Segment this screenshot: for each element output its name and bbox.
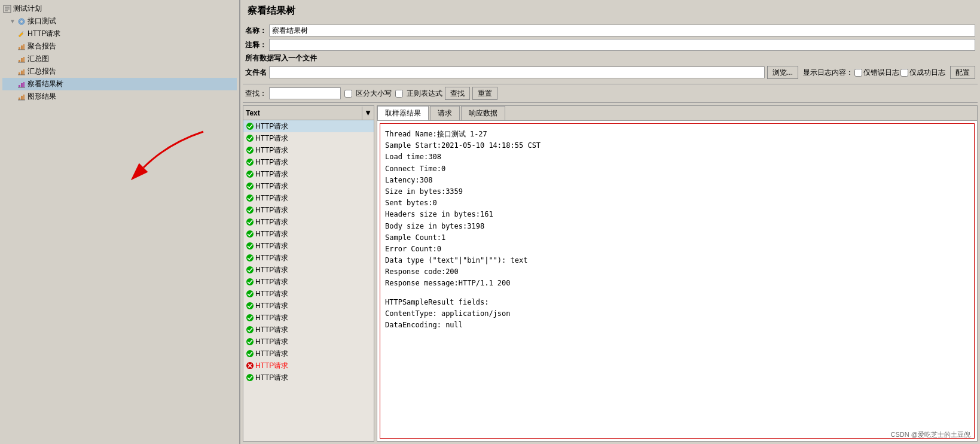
regex-checkbox[interactable]	[395, 90, 403, 98]
tree-list-item[interactable]: HTTP请求	[243, 288, 374, 300]
form-section: 名称： 注释： 所有数据写入一个文件 文件名 浏览... 显示日志内容： 仅错误…	[243, 22, 978, 84]
tree-list-item[interactable]: HTTP请求	[243, 276, 374, 288]
sidebar-item-summary-graph[interactable]: 汇总图	[2, 53, 237, 65]
arrow-annotation	[120, 120, 227, 193]
error-log-checkbox[interactable]	[854, 69, 862, 77]
list-item-label: HTTP请求	[255, 277, 288, 287]
svg-point-32	[246, 171, 254, 178]
status-icon	[246, 290, 254, 298]
reset-button[interactable]: 重置	[472, 87, 497, 100]
success-log-checkbox[interactable]	[900, 69, 908, 77]
status-icon	[246, 170, 254, 178]
list-item-label: HTTP请求	[255, 361, 288, 371]
gear-icon	[17, 17, 26, 26]
status-icon	[246, 254, 254, 262]
result-panel: 取样器结果 请求 响应数据 Thread Name:接口测试 1-27Sampl…	[377, 105, 978, 442]
tree-list-item[interactable]: HTTP请求	[243, 372, 374, 384]
sidebar-item-aggregate-report[interactable]: 聚合报告	[2, 40, 237, 53]
tab-sampler-result[interactable]: 取样器结果	[377, 106, 429, 120]
tab-request[interactable]: 请求	[430, 106, 460, 120]
svg-rect-16	[21, 71, 23, 75]
result-line: ContentType: application/json	[385, 308, 969, 320]
tree-list-item[interactable]: HTTP请求	[243, 264, 374, 276]
search-input[interactable]	[269, 87, 341, 99]
status-icon	[246, 122, 254, 130]
chart-icon-2	[17, 54, 26, 64]
svg-rect-15	[19, 72, 20, 75]
file-name-row: 文件名 浏览... 显示日志内容： 仅错误日志 仅成功日志 配置	[245, 66, 975, 79]
tree-list-item[interactable]: HTTP请求	[243, 312, 374, 324]
tree-list-item[interactable]: HTTP请求	[243, 240, 374, 252]
result-line: Error Count:0	[385, 244, 969, 255]
tree-list-item[interactable]: HTTP请求	[243, 252, 374, 264]
sidebar-item-label-interface-test: 接口测试	[28, 16, 56, 26]
result-text: Thread Name:接口测试 1-27Sample Start:2021-0…	[385, 129, 969, 331]
svg-rect-13	[23, 57, 25, 62]
case-checkbox[interactable]	[344, 90, 352, 98]
status-icon	[246, 230, 254, 238]
tree-list-item[interactable]: HTTP请求	[243, 324, 374, 336]
tree-list-item[interactable]: HTTP请求	[243, 168, 374, 180]
status-icon	[246, 134, 254, 142]
config-button[interactable]: 配置	[950, 66, 975, 79]
sidebar-item-label-summary-report: 汇总报告	[28, 66, 56, 77]
list-item-label: HTTP请求	[255, 217, 288, 227]
status-icon	[246, 337, 254, 346]
status-icon	[246, 182, 254, 190]
svg-point-34	[246, 194, 254, 202]
result-line: Response code:200	[385, 266, 969, 278]
sidebar-item-label-graph-result: 图形结果	[28, 92, 56, 102]
name-input[interactable]	[269, 25, 975, 37]
svg-point-33	[246, 183, 254, 190]
sidebar-item-result-tree[interactable]: 察看结果树	[2, 78, 237, 90]
comment-input[interactable]	[269, 39, 975, 51]
sidebar: 测试计划 ▼ 接口测试 HTTP请求	[0, 0, 239, 444]
watermark: CSDN @爱吃芝士的土豆倪	[891, 430, 970, 439]
svg-rect-24	[21, 96, 23, 100]
status-icon	[246, 206, 254, 214]
list-item-label: HTTP请求	[255, 301, 288, 311]
file-name-input[interactable]	[269, 66, 765, 78]
tree-list-dropdown[interactable]: ▼	[362, 107, 374, 120]
tree-list-item[interactable]: HTTP请求	[243, 228, 374, 240]
list-item-label: HTTP请求	[255, 313, 288, 323]
sidebar-item-label-result-tree: 察看结果树	[28, 79, 63, 89]
svg-rect-7	[19, 47, 20, 50]
sidebar-item-summary-report[interactable]: 汇总报告	[2, 65, 237, 78]
sidebar-item-test-plan[interactable]: 测试计划	[2, 2, 237, 15]
tree-list-item[interactable]: HTTP请求	[243, 192, 374, 204]
tree-list-item[interactable]: HTTP请求	[243, 120, 374, 132]
svg-point-45	[246, 326, 254, 333]
regex-label: 正则表达式	[407, 89, 442, 99]
result-tabs: 取样器结果 请求 响应数据	[377, 106, 977, 121]
success-log-label: 仅成功日志	[909, 68, 945, 78]
tree-list-item[interactable]: HTTP请求	[243, 144, 374, 156]
svg-point-40	[246, 266, 254, 273]
status-icon	[246, 278, 254, 286]
tree-list-item[interactable]: HTTP请求	[243, 360, 374, 372]
browse-button[interactable]: 浏览...	[767, 66, 798, 79]
result-line: Headers size in bytes:161	[385, 209, 969, 220]
find-button[interactable]: 查找	[445, 87, 470, 100]
sidebar-item-http-request[interactable]: HTTP请求	[2, 28, 237, 40]
tree-list-item[interactable]: HTTP请求	[243, 216, 374, 228]
status-icon	[246, 349, 254, 358]
file-section-title: 所有数据写入一个文件	[245, 53, 317, 63]
sidebar-item-interface-test[interactable]: ▼ 接口测试	[2, 15, 237, 28]
sidebar-item-graph-result[interactable]: 图形结果	[2, 90, 237, 103]
tree-list-item[interactable]: HTTP请求	[243, 336, 374, 348]
tree-list-item[interactable]: HTTP请求	[243, 180, 374, 192]
tree-list-header-label: Text	[243, 108, 362, 118]
tree-list-item[interactable]: HTTP请求	[243, 132, 374, 144]
tab-response-data[interactable]: 响应数据	[461, 106, 505, 120]
list-item-label: HTTP请求	[255, 265, 288, 275]
name-row: 名称：	[245, 25, 975, 37]
tree-list-item[interactable]: HTTP请求	[243, 204, 374, 216]
tree-list-body[interactable]: HTTP请求 HTTP请求 HTTP请求 HTTP请求 HTTP请求 HTTP请…	[243, 120, 374, 441]
log-content-label: 显示日志内容：	[803, 68, 853, 78]
result-line: Response message:HTTP/1.1 200	[385, 278, 969, 289]
tree-list-item[interactable]: HTTP请求	[243, 300, 374, 312]
tree-list-item[interactable]: HTTP请求	[243, 348, 374, 360]
tree-list-item[interactable]: HTTP请求	[243, 156, 374, 168]
svg-point-28	[246, 123, 254, 130]
